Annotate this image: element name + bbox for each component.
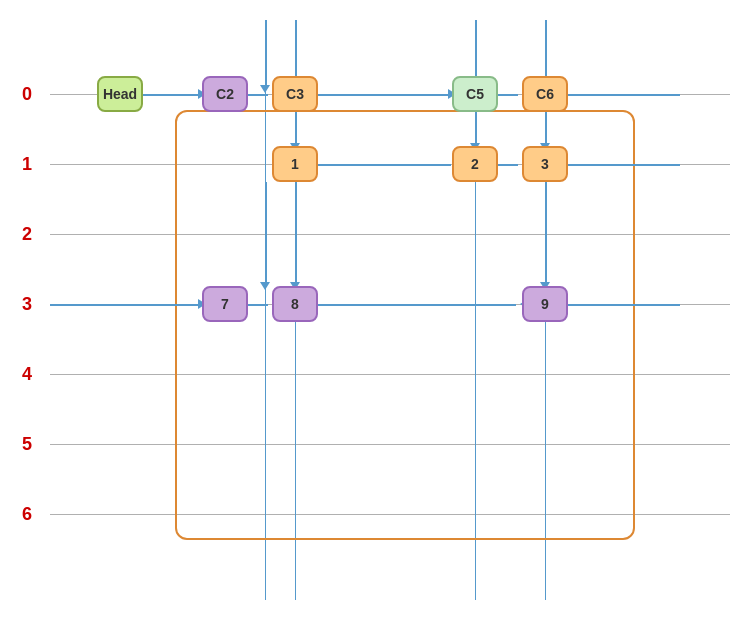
hline-2 (50, 234, 730, 235)
node-c6: C6 (522, 76, 568, 112)
hline-4 (50, 374, 730, 375)
row-label-0: 0 (22, 84, 32, 105)
node-8: 8 (272, 286, 318, 322)
arrow-3-right (568, 164, 680, 166)
varrow-c5-2 (475, 112, 477, 147)
arrow-c6-right (568, 94, 680, 96)
row-label-3: 3 (22, 294, 32, 315)
arrow-3-2 (498, 164, 518, 166)
node-9: 9 (522, 286, 568, 322)
arrow-head-c2 (143, 94, 201, 96)
node-c2: C2 (202, 76, 248, 112)
arrow-left-7 (50, 304, 202, 306)
row-label-1: 1 (22, 154, 32, 175)
node-head: Head (97, 76, 143, 112)
row-label-5: 5 (22, 434, 32, 455)
diagram: 0 1 2 3 4 5 6 (0, 0, 744, 638)
arrow-c3-c2 (248, 94, 268, 96)
node-3: 3 (522, 146, 568, 182)
varrow-top-c2 (265, 20, 267, 90)
arrow-c3-c5 (318, 94, 451, 96)
hline-5 (50, 444, 730, 445)
arrow-8-9-gap (318, 304, 516, 306)
node-c5: C5 (452, 76, 498, 112)
varrow-2-9 (545, 182, 547, 287)
vline-1 (265, 20, 266, 600)
varrow-1-8 (295, 182, 297, 287)
row-label-6: 6 (22, 504, 32, 525)
arrowhead-1-7 (260, 282, 270, 290)
node-7: 7 (202, 286, 248, 322)
arrowhead-top-c2 (260, 85, 270, 93)
arrow-c6-c5 (498, 94, 518, 96)
arrow-2-1 (318, 164, 451, 166)
node-2: 2 (452, 146, 498, 182)
row-label-4: 4 (22, 364, 32, 385)
hline-6 (50, 514, 730, 515)
node-1: 1 (272, 146, 318, 182)
row-label-2: 2 (22, 224, 32, 245)
varrow-1-7 (265, 182, 267, 287)
arrow-8-7 (248, 304, 268, 306)
node-c3: C3 (272, 76, 318, 112)
varrow-c6-3 (545, 112, 547, 147)
varrow-c3-1 (295, 112, 297, 147)
arrow-9-right (568, 304, 680, 306)
